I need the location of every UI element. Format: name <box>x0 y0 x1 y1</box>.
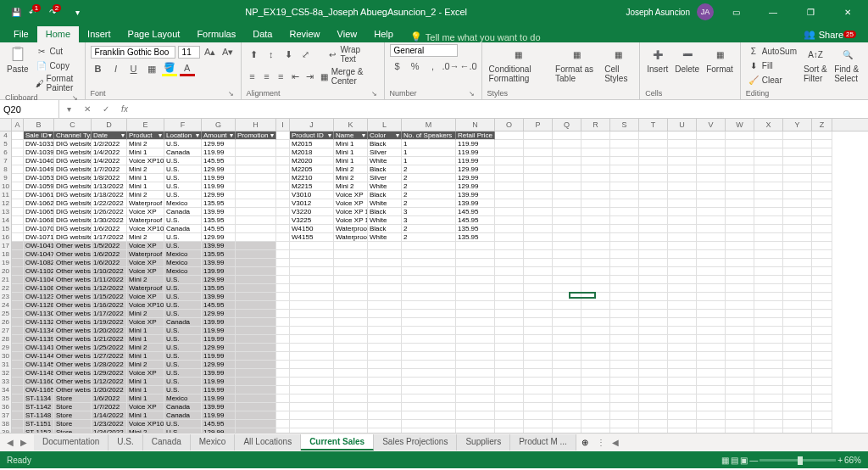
cell[interactable] <box>553 293 581 301</box>
cell[interactable]: OW-1104 <box>24 276 54 284</box>
cell[interactable]: Voice XP 10 <box>334 216 368 225</box>
cell[interactable] <box>368 386 402 394</box>
cell[interactable] <box>495 293 524 301</box>
cell[interactable] <box>495 403 524 411</box>
cell[interactable] <box>697 276 726 284</box>
cell[interactable]: Mexico <box>164 394 202 403</box>
cell[interactable] <box>12 250 24 259</box>
row-header[interactable]: 5 <box>0 140 12 148</box>
cell[interactable] <box>290 386 334 394</box>
column-header[interactable]: J <box>290 119 334 131</box>
cell[interactable]: Mini 1 <box>127 411 164 420</box>
cell[interactable]: Store <box>54 394 92 403</box>
cell[interactable] <box>495 420 524 428</box>
cell[interactable]: M2015 <box>290 140 334 148</box>
cell[interactable]: 119.99 <box>202 335 236 344</box>
name-box[interactable] <box>0 100 59 118</box>
cell[interactable] <box>581 301 610 310</box>
cell[interactable] <box>754 233 783 242</box>
cell[interactable] <box>581 310 610 318</box>
tab-data[interactable]: Data <box>244 26 281 42</box>
column-header[interactable]: O <box>495 119 524 131</box>
tell-me-search[interactable]: 💡Tell me what you want to do <box>410 31 541 42</box>
cell[interactable] <box>581 293 610 301</box>
cell[interactable] <box>368 344 402 352</box>
cell[interactable] <box>726 157 754 165</box>
cell[interactable]: 129.99 <box>202 233 236 242</box>
cell[interactable] <box>639 361 668 369</box>
cell[interactable] <box>726 259 754 267</box>
cell[interactable]: M2210 <box>290 174 334 182</box>
cell[interactable] <box>783 386 812 394</box>
cell[interactable] <box>639 157 668 165</box>
close-icon[interactable]: ✕ <box>832 0 863 24</box>
row-header[interactable]: 39 <box>0 428 12 433</box>
cell[interactable]: DIG website <box>54 140 92 148</box>
cell[interactable]: V3010 <box>290 191 334 199</box>
cell[interactable]: 2 <box>402 191 456 199</box>
cell[interactable]: 1/19/2022 <box>92 318 127 327</box>
cell[interactable] <box>495 131 524 140</box>
cell[interactable]: Black <box>368 208 402 216</box>
cell[interactable] <box>812 344 832 352</box>
cell[interactable] <box>610 250 639 259</box>
cell[interactable] <box>639 276 668 284</box>
cell[interactable]: 129.99 <box>456 182 495 191</box>
cell[interactable] <box>524 259 553 267</box>
cell[interactable] <box>553 259 581 267</box>
cell[interactable]: 119.99 <box>202 386 236 394</box>
cell[interactable]: Name▾ <box>334 131 368 140</box>
cell[interactable]: Mini 2 <box>334 182 368 191</box>
cell[interactable]: 2 <box>402 182 456 191</box>
cell[interactable]: Store <box>54 403 92 411</box>
copy-button[interactable]: 📄Copy <box>34 59 80 72</box>
cell[interactable]: 2 <box>402 165 456 174</box>
cell[interactable] <box>553 208 581 216</box>
cell[interactable]: No. of Speakers▾ <box>402 131 456 140</box>
cell[interactable] <box>553 182 581 191</box>
cell[interactable] <box>668 208 697 216</box>
cell[interactable] <box>610 394 639 403</box>
cell[interactable] <box>783 301 812 310</box>
cell[interactable] <box>697 267 726 276</box>
cell[interactable] <box>754 225 783 233</box>
cell-styles-button[interactable]: ▦Cell Styles <box>603 44 634 85</box>
cell[interactable]: Black <box>368 225 402 233</box>
cell[interactable] <box>524 233 553 242</box>
row-header[interactable]: 27 <box>0 327 12 335</box>
cell[interactable]: V3012 <box>290 199 334 208</box>
cell[interactable] <box>334 284 368 293</box>
cell[interactable]: Voice XP <box>127 403 164 411</box>
cell[interactable]: 139.99 <box>202 369 236 378</box>
cell[interactable]: Other website <box>54 301 92 310</box>
row-header[interactable]: 9 <box>0 174 12 182</box>
cell[interactable] <box>668 165 697 174</box>
cell[interactable]: 1 <box>402 148 456 157</box>
cell[interactable] <box>495 148 524 157</box>
cell[interactable] <box>783 276 812 284</box>
cell[interactable] <box>697 378 726 386</box>
cell[interactable]: DW-1071 <box>24 233 54 242</box>
tab-formulas[interactable]: Formulas <box>188 26 244 42</box>
cell[interactable] <box>236 233 276 242</box>
cell[interactable] <box>495 361 524 369</box>
cell[interactable]: DW-1070 <box>24 225 54 233</box>
cell[interactable]: Other website <box>54 344 92 352</box>
cell[interactable]: 129.99 <box>202 428 236 433</box>
cell[interactable] <box>754 301 783 310</box>
cell[interactable] <box>402 344 456 352</box>
cell[interactable]: Voice XP10 <box>127 301 164 310</box>
cell[interactable] <box>581 208 610 216</box>
cell[interactable]: Mini 1 <box>334 148 368 157</box>
cell[interactable] <box>495 327 524 335</box>
cell[interactable] <box>697 361 726 369</box>
cell[interactable] <box>697 216 726 225</box>
cell[interactable]: OW-1141 <box>24 344 54 352</box>
row-header[interactable]: 6 <box>0 148 12 157</box>
cell[interactable]: Mini 1 <box>127 174 164 182</box>
cell[interactable] <box>726 361 754 369</box>
cell[interactable] <box>553 284 581 293</box>
cell[interactable]: 1/17/2022 <box>92 310 127 318</box>
cell[interactable] <box>610 276 639 284</box>
cell[interactable] <box>524 394 553 403</box>
